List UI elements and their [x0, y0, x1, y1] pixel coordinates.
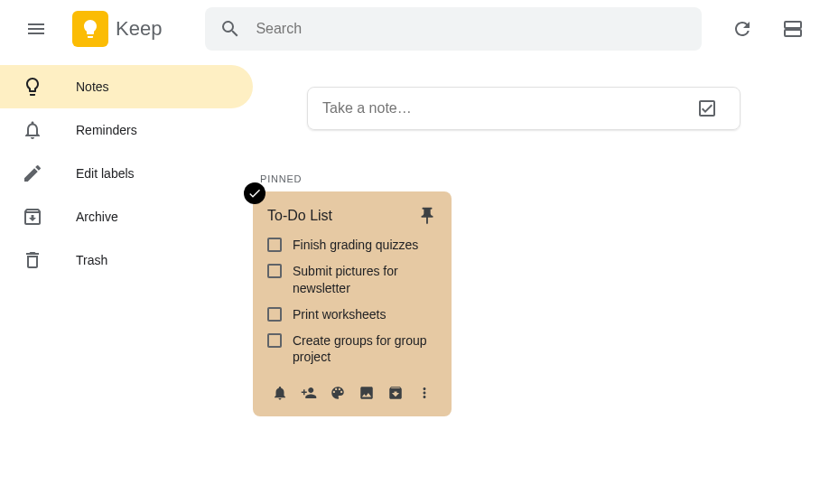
checkbox[interactable] — [267, 238, 282, 252]
search-icon — [219, 18, 241, 40]
new-list-button[interactable] — [689, 90, 725, 126]
content-area: Notes Reminders Edit labels Archive Tras… — [0, 58, 829, 504]
note-toolbar — [267, 377, 437, 409]
checklist-item[interactable]: Finish grading quizzes — [267, 237, 437, 254]
list-view-icon — [782, 18, 804, 40]
sidebar-item-archive[interactable]: Archive — [0, 195, 253, 238]
checkbox-icon — [696, 98, 718, 119]
app-name: Keep — [116, 17, 162, 41]
logo-area[interactable]: Keep — [72, 11, 162, 47]
checkbox[interactable] — [267, 264, 282, 278]
image-icon — [359, 385, 375, 401]
refresh-button[interactable] — [721, 7, 764, 51]
check-icon — [247, 186, 262, 201]
more-button[interactable] — [412, 380, 437, 406]
checklist-item-text: Finish grading quizzes — [293, 237, 418, 254]
sidebar-item-label: Archive — [76, 210, 118, 224]
pin-button[interactable] — [417, 206, 437, 226]
checklist-item[interactable]: Print worksheets — [267, 306, 437, 323]
checkbox[interactable] — [267, 333, 282, 348]
main-menu-button[interactable] — [14, 7, 58, 51]
sidebar-item-notes[interactable]: Notes — [0, 65, 253, 108]
collaborator-icon — [301, 385, 317, 401]
app-header: Keep — [0, 0, 829, 58]
checklist-item[interactable]: Create groups for group project — [267, 332, 437, 367]
sidebar-item-edit-labels[interactable]: Edit labels — [0, 152, 253, 195]
note-card[interactable]: To-Do List Finish grading quizzes Submit… — [253, 191, 452, 416]
note-title: To-Do List — [267, 208, 332, 224]
view-toggle-button[interactable] — [771, 7, 815, 51]
image-button[interactable] — [354, 380, 379, 406]
new-note-input[interactable] — [322, 100, 689, 117]
collaborator-button[interactable] — [296, 380, 321, 406]
palette-icon — [330, 385, 346, 401]
sidebar-item-label: Edit labels — [76, 166, 135, 181]
sidebar-item-label: Trash — [76, 253, 107, 267]
bell-icon — [11, 108, 54, 152]
new-note-bar[interactable] — [307, 87, 741, 130]
remind-icon — [272, 385, 288, 401]
sidebar-item-label: Notes — [76, 79, 109, 94]
sidebar-item-trash[interactable]: Trash — [0, 238, 253, 282]
section-label-pinned: PINNED — [260, 173, 829, 184]
checklist-item[interactable]: Submit pictures for newsletter — [267, 263, 437, 297]
lightbulb-icon — [11, 65, 54, 108]
sidebar-item-label: Reminders — [76, 123, 137, 137]
remind-button[interactable] — [267, 380, 293, 406]
search-input[interactable] — [256, 21, 687, 37]
select-note-button[interactable] — [244, 182, 265, 204]
archive-icon — [387, 385, 404, 401]
checklist: Finish grading quizzes Submit pictures f… — [267, 237, 437, 366]
archive-icon — [11, 195, 54, 238]
archive-note-button[interactable] — [383, 380, 408, 406]
trash-icon — [11, 238, 54, 282]
header-actions — [721, 7, 815, 51]
search-bar[interactable] — [205, 7, 702, 51]
checklist-item-text: Submit pictures for newsletter — [293, 263, 437, 297]
keep-logo-icon — [72, 11, 108, 47]
hamburger-icon — [25, 18, 47, 40]
main-area: PINNED To-Do List Finish grading quizzes… — [253, 58, 829, 504]
checkbox[interactable] — [267, 307, 282, 322]
color-button[interactable] — [325, 380, 350, 406]
refresh-icon — [731, 18, 753, 40]
checklist-item-text: Print worksheets — [293, 306, 386, 323]
note-header: To-Do List — [267, 206, 437, 226]
more-icon — [416, 385, 433, 401]
sidebar: Notes Reminders Edit labels Archive Tras… — [0, 58, 253, 504]
checklist-item-text: Create groups for group project — [293, 332, 437, 367]
pin-icon — [417, 206, 437, 226]
pencil-icon — [11, 152, 54, 195]
sidebar-item-reminders[interactable]: Reminders — [0, 108, 253, 152]
